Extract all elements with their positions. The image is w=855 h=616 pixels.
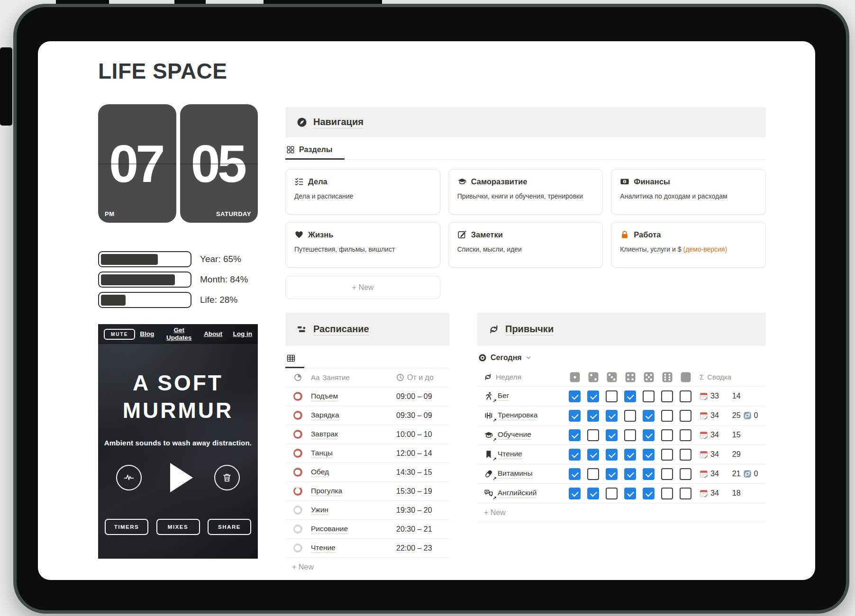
navigation-header[interactable]: Навигация (285, 107, 766, 137)
card-tasks[interactable]: Дела Дела и расписание (285, 169, 440, 215)
status-ring-icon[interactable] (293, 411, 302, 420)
column-summary[interactable]: Сводка (707, 373, 731, 381)
habit-checkbox[interactable] (606, 468, 618, 480)
habit-link[interactable]: Обучение (498, 430, 531, 440)
habit-checkbox[interactable] (661, 488, 673, 499)
mixes-button[interactable]: MIXES (156, 519, 200, 535)
view-selector[interactable]: Сегодня (477, 353, 766, 362)
schedule-title[interactable]: Расписание (313, 324, 369, 335)
get-updates-link[interactable]: Get Updates (165, 326, 193, 341)
column-time[interactable]: От и до (407, 373, 434, 382)
schedule-header[interactable]: Расписание (285, 313, 449, 346)
activity-link[interactable]: Обед (311, 468, 329, 477)
habit-checkbox[interactable] (643, 488, 655, 499)
meander-button[interactable] (116, 465, 142, 490)
activity-link[interactable]: Подъем (311, 392, 338, 401)
habit-checkbox[interactable] (624, 449, 636, 461)
habits-header[interactable]: Привычки (477, 313, 766, 346)
activity-link[interactable]: Прогулка (311, 487, 342, 496)
blog-link[interactable]: Blog (140, 330, 154, 338)
activity-link[interactable]: Ужин (311, 506, 328, 515)
habit-checkbox[interactable] (587, 488, 599, 499)
login-link[interactable]: Log in (233, 330, 253, 338)
navigation-title[interactable]: Навигация (313, 117, 364, 128)
habit-checkbox[interactable] (624, 488, 636, 499)
activity-link[interactable]: Завтрак (311, 430, 338, 439)
card-life[interactable]: Жизнь Путешествия, фильмы, вишлист (285, 222, 440, 268)
habit-checkbox[interactable] (624, 390, 636, 402)
habit-checkbox[interactable] (643, 410, 655, 422)
habit-checkbox[interactable] (661, 468, 673, 480)
about-link[interactable]: About (204, 330, 222, 338)
habit-checkbox[interactable] (680, 449, 691, 461)
habit-checkbox[interactable] (624, 410, 636, 422)
habit-checkbox[interactable] (624, 429, 636, 441)
habit-checkbox[interactable] (680, 390, 691, 402)
tab-table-view[interactable] (285, 353, 304, 368)
habit-checkbox[interactable] (587, 449, 599, 461)
play-button[interactable] (170, 463, 193, 492)
habit-checkbox[interactable] (661, 429, 673, 441)
habit-checkbox[interactable] (569, 390, 581, 402)
habit-checkbox[interactable] (606, 429, 618, 441)
habit-checkbox[interactable] (569, 488, 581, 499)
card-notes[interactable]: Заметки Списки, мысли, идеи (448, 222, 603, 268)
habit-checkbox[interactable] (661, 449, 673, 461)
status-ring-icon[interactable] (293, 468, 302, 477)
card-work[interactable]: Работа Клиенты, услуги и $ (демо-версия) (611, 222, 766, 268)
activity-link[interactable]: Танцы (311, 449, 333, 458)
habit-checkbox[interactable] (606, 449, 618, 461)
tab-sections[interactable]: Разделы (285, 145, 345, 160)
activity-link[interactable]: Рисование (311, 525, 348, 534)
habit-checkbox[interactable] (606, 390, 618, 402)
new-section-button[interactable]: + New (285, 276, 440, 299)
column-activity[interactable]: Занятие (323, 373, 350, 381)
status-ring-icon[interactable] (293, 430, 302, 439)
habit-checkbox[interactable] (643, 429, 655, 441)
habit-link[interactable]: Английский (498, 489, 537, 498)
habit-checkbox[interactable] (680, 429, 691, 441)
status-ring-icon[interactable] (293, 487, 302, 496)
status-ring-icon[interactable] (293, 525, 302, 534)
timers-button[interactable]: TIMERS (105, 519, 148, 535)
habit-checkbox[interactable] (643, 468, 655, 480)
habit-checkbox[interactable] (661, 410, 673, 422)
habit-checkbox[interactable] (643, 390, 655, 402)
habit-checkbox[interactable] (606, 410, 618, 422)
habit-checkbox[interactable] (587, 390, 599, 402)
habit-checkbox[interactable] (643, 449, 655, 461)
habit-link[interactable]: Витамины (498, 469, 533, 479)
status-ring-icon[interactable] (293, 449, 302, 458)
habit-checkbox[interactable] (569, 468, 581, 480)
habit-link[interactable]: Чтение (498, 450, 522, 459)
habit-link[interactable]: Бег (498, 391, 509, 401)
habit-checkbox[interactable] (587, 429, 599, 441)
activity-link[interactable]: Чтение (311, 544, 336, 553)
habit-checkbox[interactable] (680, 468, 691, 480)
status-ring-icon[interactable] (293, 544, 302, 553)
share-button[interactable]: SHARE (208, 519, 251, 535)
progress-row-life: Life: 28% (98, 292, 258, 308)
card-finance[interactable]: Финансы Аналитика по доходам и расходам (611, 169, 766, 215)
schedule-new-button[interactable]: + New (285, 558, 449, 577)
habit-checkbox[interactable] (587, 410, 599, 422)
clear-button[interactable] (214, 465, 240, 490)
habit-checkbox[interactable] (680, 410, 691, 422)
habit-checkbox[interactable] (587, 468, 599, 480)
mute-button[interactable]: MUTE (104, 329, 135, 340)
habit-checkbox[interactable] (661, 390, 673, 402)
activity-link[interactable]: Зарядка (311, 411, 339, 420)
habit-new-button[interactable]: + New (477, 503, 766, 523)
status-ring-icon[interactable] (293, 506, 302, 515)
habit-checkbox[interactable] (569, 449, 581, 461)
habit-link[interactable]: Тренировка (498, 411, 537, 420)
habit-checkbox[interactable] (624, 468, 636, 480)
status-ring-icon[interactable] (293, 392, 302, 401)
habit-checkbox[interactable] (606, 488, 618, 499)
card-self-development[interactable]: Саморазвитие Привычки, книги и обучения,… (448, 169, 603, 215)
habit-checkbox[interactable] (680, 488, 691, 499)
habits-title[interactable]: Привычки (505, 324, 554, 335)
column-week[interactable]: Неделя (496, 373, 521, 381)
habit-checkbox[interactable] (569, 429, 581, 441)
habit-checkbox[interactable] (569, 410, 581, 422)
